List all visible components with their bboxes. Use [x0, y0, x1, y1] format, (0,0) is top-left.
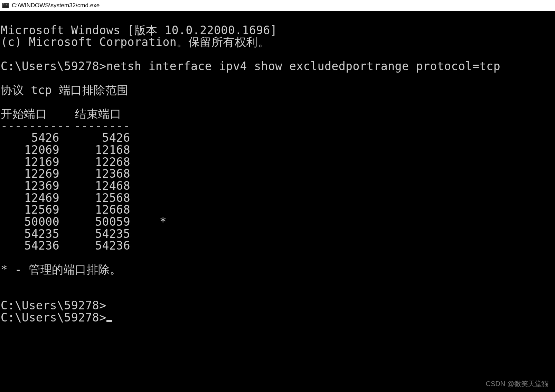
port-end: 54235	[59, 228, 130, 240]
table-row: 1216912268	[1, 155, 167, 169]
window-title: C:\WINDOWS\system32\cmd.exe	[12, 2, 100, 9]
watermark: CSDN @微笑天堂猫	[486, 379, 549, 389]
section-title: 协议 tcp 端口排除范围	[1, 83, 129, 97]
prompt-3: C:\Users\59278>	[1, 311, 106, 324]
port-start: 5426	[1, 132, 59, 144]
port-start: 12169	[1, 156, 59, 168]
table-row: 54265426	[1, 131, 167, 144]
banner-line-2: (c) Microsoft Corporation。保留所有权利。	[1, 35, 269, 49]
table-row: 5423654236	[1, 239, 167, 252]
divider-start: ----------	[1, 120, 59, 132]
port-start: 12269	[1, 168, 59, 180]
port-end: 12568	[59, 192, 130, 204]
table-row: 1206912168	[1, 143, 167, 157]
port-start: 12369	[1, 180, 59, 192]
table-row: 5423554235	[1, 227, 167, 241]
port-start: 54235	[1, 228, 59, 240]
port-end: 12268	[59, 156, 130, 168]
command-1: netsh interface ipv4 show excludedportra…	[106, 59, 501, 73]
cmd-icon	[2, 3, 9, 8]
port-end: 54236	[59, 240, 130, 252]
table-row: 1256912668	[1, 203, 167, 216]
port-end: 12168	[59, 144, 130, 156]
port-mark: *	[130, 216, 167, 228]
window-title-bar[interactable]: C:\WINDOWS\system32\cmd.exe	[0, 0, 555, 11]
port-start: 50000	[1, 216, 59, 228]
divider-end: --------	[59, 120, 130, 132]
table-row: 1226912368	[1, 167, 167, 180]
prompt-1: C:\Users\59278>	[1, 59, 106, 73]
port-start: 54236	[1, 240, 59, 252]
terminal-output[interactable]: Microsoft Windows [版本 10.0.22000.1696] (…	[0, 11, 555, 325]
port-end: 50059	[59, 216, 130, 228]
banner-line-1: Microsoft Windows [版本 10.0.22000.1696]	[1, 24, 277, 37]
port-start: 12569	[1, 204, 59, 216]
port-end: 12468	[59, 180, 130, 192]
cursor	[106, 320, 112, 322]
port-end: 5426	[59, 132, 130, 144]
port-end: 12668	[59, 204, 130, 216]
port-end: 12368	[59, 168, 130, 180]
footnote: * - 管理的端口排除。	[1, 263, 121, 276]
port-start: 12069	[1, 144, 59, 156]
header-start: 开始端口	[1, 107, 47, 121]
table-row: 5000050059*	[1, 215, 167, 228]
table-row: 1246912568	[1, 191, 167, 205]
prompt-2: C:\Users\59278>	[1, 299, 106, 312]
table-row: 1236912468	[1, 179, 167, 193]
port-start: 12469	[1, 192, 59, 204]
header-end: 结束端口	[75, 107, 121, 121]
